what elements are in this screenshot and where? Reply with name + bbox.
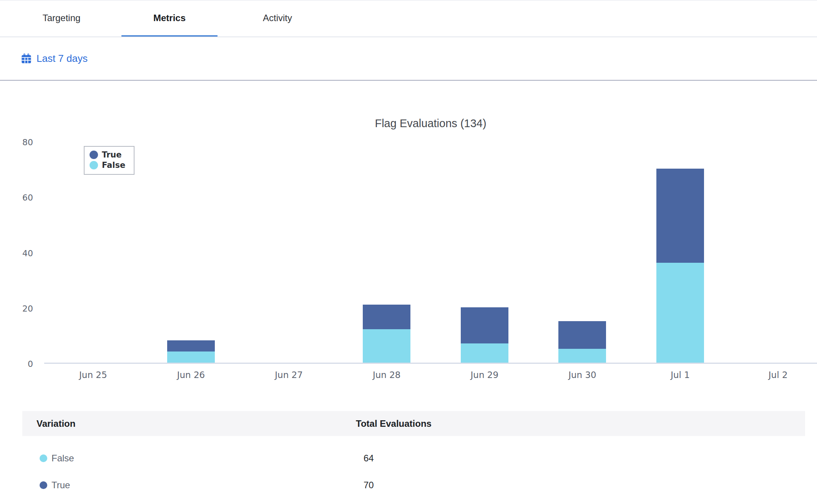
x-axis: Jun 25Jun 26Jun 27Jun 28Jun 29Jun 30Jul … — [44, 370, 817, 380]
bar-slot — [142, 142, 240, 363]
x-tick-label: Jun 25 — [44, 370, 142, 380]
bar-stack-jun-26[interactable] — [167, 340, 215, 363]
tab-targeting[interactable]: Targeting — [13, 1, 110, 36]
y-tick-label: 60 — [6, 193, 33, 202]
legend-swatch-false — [90, 161, 98, 169]
variation-table-body: False64True70 — [22, 445, 805, 499]
variation-table: Variation Total Evaluations False64True7… — [22, 411, 805, 499]
bar-segment-false[interactable] — [656, 263, 704, 363]
bar-segment-false[interactable] — [167, 351, 215, 363]
column-header-total-evaluations: Total Evaluations — [356, 418, 805, 429]
bar-segment-true[interactable] — [558, 321, 606, 349]
tab-metrics-label: Metrics — [153, 13, 186, 23]
bar-segment-false[interactable] — [558, 349, 606, 363]
bar-stack-jul-1[interactable] — [656, 169, 704, 363]
bar-slot — [240, 142, 338, 363]
legend-item-true[interactable]: True — [90, 150, 125, 159]
legend-label: True — [102, 150, 122, 159]
x-tick-label: Jun 28 — [338, 370, 436, 380]
variation-dot-true — [40, 481, 47, 489]
bar-slot — [44, 142, 142, 363]
legend-swatch-true — [90, 151, 98, 159]
tab-bar: Targeting Metrics Activity — [0, 1, 817, 37]
plot-wrap: 020406080 Jun 25Jun 26Jun 27Jun 28Jun 29… — [44, 142, 817, 380]
bar-segment-true[interactable] — [461, 307, 508, 343]
x-tick-label: Jun 26 — [142, 370, 240, 380]
bar-slot — [533, 142, 631, 363]
table-row-false: False64 — [22, 445, 805, 472]
variation-label: False — [51, 453, 74, 464]
tab-activity[interactable]: Activity — [229, 1, 325, 36]
filter-bar: Last 7 days — [0, 37, 817, 81]
flag-evaluations-chart: Flag Evaluations (134) 020406080 Jun 25J… — [0, 81, 817, 380]
table-header: Variation Total Evaluations — [22, 411, 805, 436]
calendar-icon — [21, 53, 32, 64]
column-header-variation: Variation — [22, 418, 356, 429]
table-row-true: True70 — [22, 472, 805, 499]
chart-title: Flag Evaluations (134) — [44, 117, 817, 130]
total-evaluations-value: 70 — [356, 480, 805, 491]
bar-slot — [729, 142, 817, 363]
bar-segment-true[interactable] — [656, 169, 704, 263]
bar-slot — [631, 142, 729, 363]
x-tick-label: Jun 27 — [240, 370, 338, 380]
y-axis: 020406080 — [0, 142, 38, 364]
plot-area — [44, 142, 817, 364]
y-tick-label: 20 — [6, 303, 33, 313]
y-tick-label: 80 — [6, 138, 33, 147]
legend-item-false[interactable]: False — [90, 161, 125, 170]
tab-activity-label: Activity — [263, 13, 292, 23]
tab-metrics[interactable]: Metrics — [121, 1, 218, 36]
y-tick-label: 0 — [6, 359, 33, 369]
variation-label: True — [51, 480, 70, 491]
bar-stack-jun-30[interactable] — [558, 321, 606, 363]
bar-slot — [436, 142, 534, 363]
bar-stack-jun-28[interactable] — [363, 305, 410, 363]
x-tick-label: Jul 2 — [729, 370, 817, 380]
bar-segment-true[interactable] — [167, 340, 215, 351]
variation-cell: False — [22, 453, 356, 464]
x-tick-label: Jul 1 — [631, 370, 729, 380]
bar-segment-true[interactable] — [363, 305, 410, 330]
y-tick-label: 40 — [6, 248, 33, 258]
variation-cell: True — [22, 480, 356, 491]
variation-dot-false — [40, 454, 47, 462]
date-range-filter[interactable]: Last 7 days — [21, 53, 88, 65]
x-tick-label: Jun 29 — [436, 370, 534, 380]
bar-stack-jun-29[interactable] — [461, 307, 508, 363]
bar-segment-false[interactable] — [363, 329, 410, 363]
bar-segment-false[interactable] — [461, 343, 508, 363]
x-tick-label: Jun 30 — [533, 370, 631, 380]
chart-legend: TrueFalse — [84, 146, 135, 175]
date-range-label: Last 7 days — [37, 53, 88, 65]
legend-label: False — [102, 161, 125, 170]
bar-slot — [338, 142, 436, 363]
total-evaluations-value: 64 — [356, 453, 805, 464]
tab-targeting-label: Targeting — [43, 13, 81, 23]
